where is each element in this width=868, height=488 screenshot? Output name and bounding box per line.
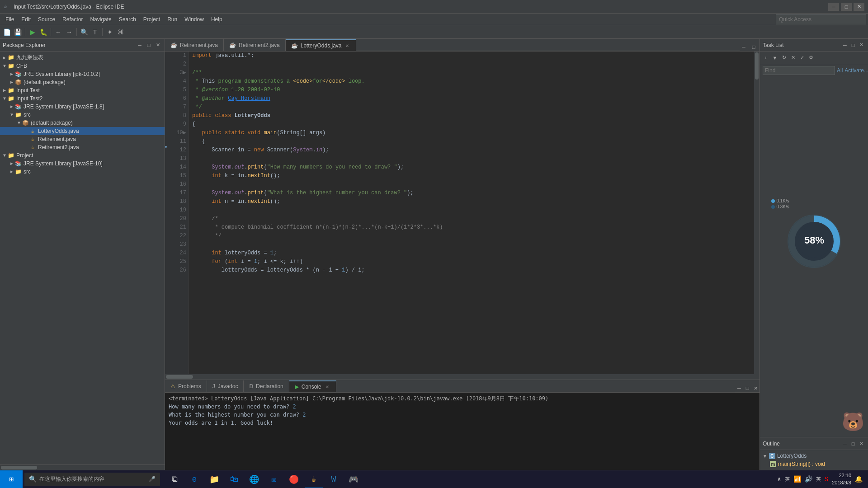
menu-file[interactable]: File (2, 14, 18, 25)
tree-item-jre-input[interactable]: ▶ 📚 JRE System Library [JavaSE-1.8] (0, 103, 165, 111)
new-button[interactable]: 📄 (2, 27, 12, 37)
search-button[interactable]: 🔍 (79, 27, 89, 37)
quick-access-input[interactable] (776, 14, 866, 24)
menu-search[interactable]: Search (115, 14, 140, 25)
organize-imports[interactable]: ✦ (105, 27, 115, 37)
package-explorer-hscroll[interactable] (0, 465, 165, 470)
notification-icon[interactable]: 🔔 (855, 475, 863, 483)
network-icon[interactable]: 📶 (793, 475, 801, 483)
task-list-minimize[interactable]: ─ (841, 41, 849, 49)
outline-item-main[interactable]: m main(String[]) : void (760, 460, 868, 468)
task-list-close[interactable]: ✕ (857, 41, 865, 49)
task-delete-btn[interactable]: ✕ (789, 54, 797, 62)
tree-item-default-pkg[interactable]: ▼ 📦 (default package) (0, 119, 165, 127)
outline-item-lottery[interactable]: ▼ C LotteryOdds (760, 452, 868, 460)
task-refresh-btn[interactable]: ↻ (780, 54, 788, 62)
explorer-button[interactable]: 📁 (205, 470, 223, 488)
maximize-panel-btn[interactable]: □ (145, 41, 153, 49)
tab-declaration[interactable]: D Declaration (244, 380, 289, 392)
volume-icon[interactable]: 🔊 (805, 475, 812, 483)
menu-source[interactable]: Source (34, 14, 59, 25)
app1-button[interactable]: 🔴 (285, 470, 303, 488)
tree-item-input-test[interactable]: ▶ 📁 Input Test (0, 86, 165, 94)
menu-navigate[interactable]: Navigate (86, 14, 115, 25)
save-button[interactable]: 💾 (13, 27, 23, 37)
tab-retirement[interactable]: ☕ Retirement.java (165, 39, 224, 51)
menu-run[interactable]: Run (164, 14, 181, 25)
outline-maximize[interactable]: □ (849, 440, 857, 448)
up-arrow-icon[interactable]: ∧ (777, 475, 781, 483)
editor-minimize-btn[interactable]: ─ (740, 43, 748, 51)
code-editor[interactable]: import java.util.*; /** * This program d… (189, 52, 754, 374)
editor-maximize-btn[interactable]: □ (750, 43, 758, 51)
tree-item-lottery[interactable]: ▶ ☕ LotteryOdds.java (0, 127, 165, 135)
mail-button[interactable]: ✉ (265, 470, 283, 488)
forward-button[interactable]: → (64, 27, 74, 37)
tree-item-retirement2[interactable]: ▶ ☕ Retirement2.java (0, 143, 165, 151)
bottom-minimize-btn[interactable]: ─ (735, 384, 743, 392)
all-label[interactable]: All (837, 67, 843, 74)
tree-item-jre-project[interactable]: ▶ 📚 JRE System Library [JavaSE-10] (0, 160, 165, 168)
minimize-button[interactable]: ─ (828, 3, 839, 11)
minimize-panel-btn[interactable]: ─ (136, 41, 144, 49)
taskview-button[interactable]: ⧉ (165, 470, 184, 488)
java-icon-retirement2: ☕ (29, 144, 36, 151)
task-new-btn[interactable]: + (762, 54, 770, 62)
tab-lottery[interactable]: ☕ LotteryOdds.java ✕ (286, 39, 357, 51)
tree-item-src[interactable]: ▼ 📁 src (0, 111, 165, 119)
menu-window[interactable]: Window (181, 14, 208, 25)
tab-close-lottery[interactable]: ✕ (344, 42, 350, 49)
tab-console[interactable]: ▶ Console ✕ (289, 380, 336, 392)
taskbar-datetime[interactable]: 22:10 2018/9/8 (832, 472, 851, 486)
tree-item-jiujiu[interactable]: ▶ 📁 九九乘法表 (0, 53, 165, 62)
back-button[interactable]: ← (53, 27, 63, 37)
taskbar-search-box[interactable]: 🔍 在这里输入你要搜索的内容 🎤 (24, 473, 160, 486)
task-filter-btn[interactable]: ▼ (771, 54, 779, 62)
format-button[interactable]: ⌘ (116, 27, 126, 37)
menu-project[interactable]: Project (140, 14, 164, 25)
activate-label[interactable]: Activate... (844, 67, 868, 74)
tree-item-jre-cfb[interactable]: ▶ 📚 JRE System Library [jdk-10.0.2] (0, 70, 165, 78)
tab-close-console[interactable]: ✕ (324, 384, 330, 390)
tree-item-input-test2[interactable]: ▼ 📁 Input Test2 (0, 94, 165, 103)
run-button[interactable]: ▶ (28, 27, 38, 37)
wps-icon[interactable]: S (825, 476, 828, 483)
store-button[interactable]: 🛍 (225, 470, 243, 488)
task-list-maximize[interactable]: □ (849, 41, 857, 49)
tree-item-src-project[interactable]: ▶ 📁 src (0, 168, 165, 176)
menu-edit[interactable]: Edit (18, 14, 34, 25)
task-check-btn[interactable]: ✓ (798, 54, 806, 62)
ime-icon[interactable]: 英 (785, 476, 790, 483)
close-button[interactable]: ✕ (854, 3, 864, 11)
word-button[interactable]: W (325, 470, 343, 488)
outline-minimize[interactable]: ─ (841, 440, 849, 448)
tree-item-default-cfb[interactable]: ▶ 📦 (default package) (0, 78, 165, 86)
tree-item-retirement[interactable]: ▶ ☕ Retirement.java (0, 135, 165, 143)
line-numbers: 1 2 3▶ 4 5 6 7 8 9 10▶ 11 12 13 14 15 16 (170, 52, 189, 374)
game-button[interactable]: 🎮 (344, 470, 363, 488)
code-line-1: import java.util.*; (192, 52, 750, 60)
debug-button[interactable]: 🐛 (38, 27, 48, 37)
eclipse-button[interactable]: ☕ (305, 470, 323, 488)
close-panel-btn[interactable]: ✕ (154, 41, 162, 49)
menu-help[interactable]: Help (208, 14, 226, 25)
task-settings-btn[interactable]: ⚙ (807, 54, 815, 62)
tree-label-retirement: Retirement.java (38, 136, 76, 142)
open-type-button[interactable]: T (90, 27, 100, 37)
tab-javadoc[interactable]: J Javadoc (207, 380, 244, 392)
tree-item-cfb[interactable]: ▼ 📁 CFB (0, 62, 165, 70)
tab-problems[interactable]: ⚠ Problems (165, 380, 207, 392)
find-input[interactable] (763, 66, 835, 75)
tree-item-project[interactable]: ▼ 📁 Project (0, 151, 165, 160)
tab-retirement2[interactable]: ☕ Retirement2.java (224, 39, 286, 51)
browser-button[interactable]: 🌐 (245, 470, 263, 488)
outline-close[interactable]: ✕ (857, 440, 865, 448)
start-button[interactable]: ⊞ (0, 470, 23, 488)
editor-vscroll[interactable] (754, 52, 760, 374)
input-icon[interactable]: 英 (816, 476, 821, 483)
bottom-close-btn[interactable]: ✕ (751, 384, 760, 392)
maximize-button[interactable]: □ (841, 3, 852, 11)
bottom-maximize-btn[interactable]: □ (743, 384, 751, 392)
edge-button[interactable]: e (185, 470, 203, 488)
menu-refactor[interactable]: Refactor (59, 14, 86, 25)
